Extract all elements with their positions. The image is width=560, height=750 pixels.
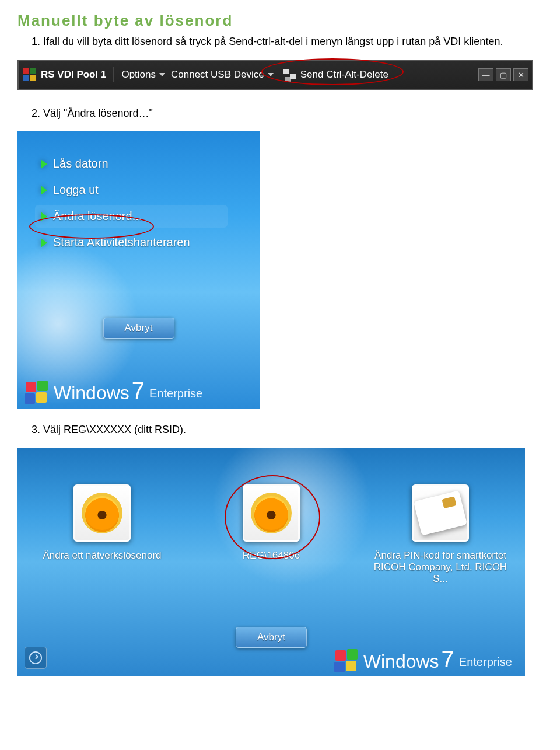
tile-network-password[interactable]: Ändra ett nätverkslösenord	[29, 484, 175, 585]
minimize-button[interactable]: —	[478, 68, 494, 81]
chevron-down-icon	[268, 73, 274, 76]
chevron-down-icon	[159, 73, 165, 76]
windows-flag-icon	[23, 68, 36, 81]
tile-smartcard-pin[interactable]: Ändra PIN-kod för smartkortet RICOH Comp…	[368, 484, 513, 585]
close-button[interactable]: ✕	[513, 68, 528, 81]
svg-point-0	[30, 651, 41, 663]
vdi-toolbar: RS VDI Pool 1 Options Connect USB Device…	[18, 60, 533, 90]
menu-change-password[interactable]: Ändra lösenord...	[35, 205, 228, 228]
arrow-icon	[41, 212, 47, 221]
network-icon	[283, 69, 297, 80]
cancel-button[interactable]: Avbryt	[103, 318, 174, 339]
smartcard-icon	[414, 490, 467, 536]
login-screen: Ändra ett nätverkslösenord REG\164806 Än…	[18, 448, 525, 676]
cancel-button[interactable]: Avbryt	[236, 627, 307, 648]
cad-screen: Lås datorn Logga ut Ändra lösenord... St…	[18, 131, 260, 409]
windows-flag-icon	[334, 649, 360, 672]
connect-usb-menu[interactable]: Connect USB Device	[171, 69, 264, 81]
windows-flag-icon	[24, 381, 50, 404]
ease-of-access-button[interactable]	[24, 647, 47, 669]
options-menu[interactable]: Options	[121, 69, 156, 81]
toolbar-title: RS VDI Pool 1	[41, 69, 106, 81]
arrow-icon	[41, 159, 47, 169]
arrow-icon	[41, 238, 47, 247]
step-3: 3. Välj REG\XXXXXX (ditt RSID).	[32, 423, 542, 437]
arrow-icon	[41, 186, 47, 195]
window-controls: — ▢ ✕	[478, 68, 528, 81]
send-cad-button[interactable]: Send Ctrl-Alt-Delete	[300, 69, 388, 81]
accessibility-icon	[29, 651, 42, 664]
page-title: Manuellt byte av lösenord	[18, 12, 542, 30]
flower-icon	[251, 493, 292, 533]
windows-brand: Windows7Enterprise	[24, 378, 202, 404]
step-1: 1. Ifall du vill byta ditt lösenord så t…	[32, 34, 542, 49]
menu-logoff[interactable]: Logga ut	[35, 179, 228, 201]
windows-brand: Windows7Enterprise	[334, 646, 512, 672]
maximize-button[interactable]: ▢	[496, 68, 511, 81]
step-2: 2. Välj "Ändra lösenord…"	[32, 106, 542, 121]
tile-reg-user[interactable]: REG\164806	[198, 484, 344, 585]
menu-lock[interactable]: Lås datorn	[35, 152, 228, 175]
menu-task-manager[interactable]: Starta Aktivitetshanteraren	[35, 231, 228, 254]
flower-icon	[82, 493, 123, 533]
